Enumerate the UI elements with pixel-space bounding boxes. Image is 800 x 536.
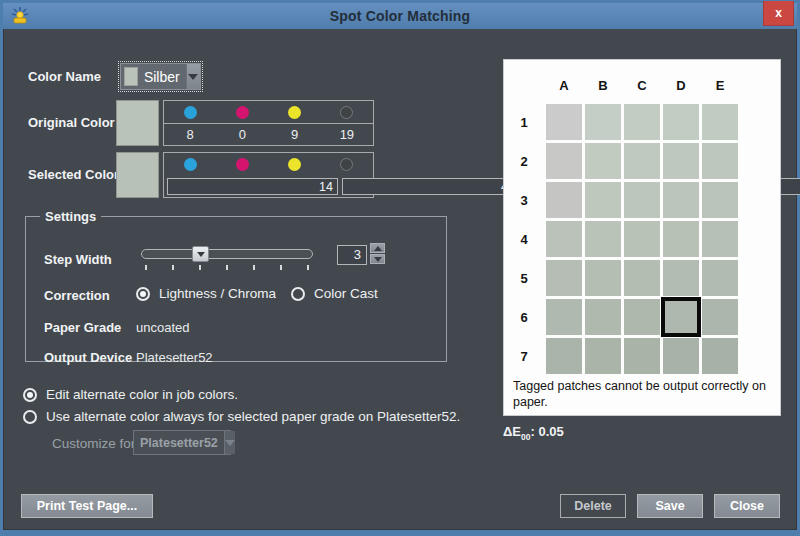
color-name-value: Silber [138,69,186,85]
patch-B6[interactable] [585,299,621,335]
chevron-down-icon[interactable] [186,64,200,89]
patch-B5[interactable] [585,260,621,296]
patch-D5[interactable] [663,260,699,296]
cyan-selected-input[interactable] [167,178,338,195]
selected-color-panel [163,152,374,198]
radio-icon[interactable] [23,410,37,424]
close-button[interactable]: Close [714,494,780,518]
patch-grid-panel: Tagged patches cannot be output correctl… [503,59,781,416]
color-name-dropdown[interactable]: Silber [120,63,201,90]
patch-E7[interactable] [702,338,738,374]
patch-D1[interactable] [663,104,699,140]
original-color-label: Original Color [28,115,115,130]
slider-tick [226,265,228,270]
patch-B2[interactable] [585,143,621,179]
radio-icon[interactable] [23,388,37,402]
patch-B1[interactable] [585,104,621,140]
paper-grade-label: Paper Grade [44,320,121,335]
patch-B4[interactable] [585,221,621,257]
step-width-label: Step Width [44,252,112,267]
output-device-value: Platesetter52 [136,350,213,365]
alternate-option-label: Edit alternate color in job colors. [46,387,238,402]
patch-C3[interactable] [624,182,660,218]
alternate-option-edit-job-colors[interactable]: Edit alternate color in job colors. [23,387,238,402]
row-header-5: 5 [514,271,534,286]
patch-A7[interactable] [546,338,582,374]
spin-up-button[interactable] [370,243,385,253]
patch-C5[interactable] [624,260,660,296]
patch-B3[interactable] [585,182,621,218]
slider-tick [199,265,201,270]
patch-A5[interactable] [546,260,582,296]
row-header-4: 4 [514,232,534,247]
spin-down-button[interactable] [370,254,385,264]
patch-C4[interactable] [624,221,660,257]
patch-E3[interactable] [702,182,738,218]
color-name-swatch [124,67,138,86]
black-original-value: 19 [321,127,373,142]
spot-color-matching-dialog: Spot Color Matching x Color Name Silber … [0,0,800,536]
patch-A6[interactable] [546,299,582,335]
close-window-button[interactable]: x [763,1,794,26]
radio-icon[interactable] [291,287,305,301]
black-channel [321,106,373,119]
patch-A1[interactable] [546,104,582,140]
patch-C6[interactable] [624,299,660,335]
patch-C2[interactable] [624,143,660,179]
patch-D3[interactable] [663,182,699,218]
row-header-3: 3 [514,193,534,208]
magenta-channel [216,158,268,171]
titlebar[interactable]: Spot Color Matching x [3,3,797,29]
customize-for-value: Platesetter52 [134,436,224,450]
cyan-channel [164,106,216,119]
row-header-2: 2 [514,154,534,169]
patch-D2[interactable] [663,143,699,179]
save-button[interactable]: Save [637,494,703,518]
delta-e-readout: ΔE00: 0.05 [503,424,564,442]
patch-A3[interactable] [546,182,582,218]
delete-button[interactable]: Delete [560,494,626,518]
original-color-swatch [116,100,159,146]
cyan-dot-icon [184,106,197,119]
settings-legend: Settings [40,209,101,224]
patch-E5[interactable] [702,260,738,296]
patch-grid-note: Tagged patches cannot be output correctl… [513,378,777,411]
original-color-panel: 80919 [163,100,374,146]
app-icon [10,6,30,26]
row-header-7: 7 [514,349,534,364]
patch-A2[interactable] [546,143,582,179]
magenta-dot-icon [236,106,249,119]
column-header-E: E [702,78,738,93]
paper-grade-value: uncoated [136,320,190,335]
correction-option-colorcast[interactable]: Color Cast [291,286,378,301]
patch-A4[interactable] [546,221,582,257]
alternate-option-use-always[interactable]: Use alternate color always for selected … [23,409,460,424]
patch-B7[interactable] [585,338,621,374]
cyan-channel [164,158,216,171]
yellow-channel [269,106,321,119]
yellow-dot-icon [288,158,301,171]
cyan-original-value: 8 [164,127,216,142]
magenta-original-value: 0 [216,127,268,142]
column-header-B: B [585,78,621,93]
patch-C1[interactable] [624,104,660,140]
magenta-selected-input[interactable] [342,178,513,195]
patch-E2[interactable] [702,143,738,179]
patch-D6[interactable] [663,299,699,335]
step-width-slider[interactable] [141,249,313,259]
step-width-ticks [145,265,309,270]
patch-C7[interactable] [624,338,660,374]
correction-option-lightness[interactable]: Lightness / Chroma [136,286,276,301]
patch-D7[interactable] [663,338,699,374]
patch-D4[interactable] [663,221,699,257]
patch-E6[interactable] [702,299,738,335]
radio-icon[interactable] [136,287,150,301]
step-width-value[interactable]: 3 [337,245,367,265]
slider-tick [307,265,309,270]
black-dot-icon [340,158,353,171]
print-test-page-button[interactable]: Print Test Page... [21,494,153,518]
selected-channel-dots [164,153,373,175]
patch-E4[interactable] [702,221,738,257]
step-width-slider-thumb[interactable] [192,246,209,262]
patch-E1[interactable] [702,104,738,140]
